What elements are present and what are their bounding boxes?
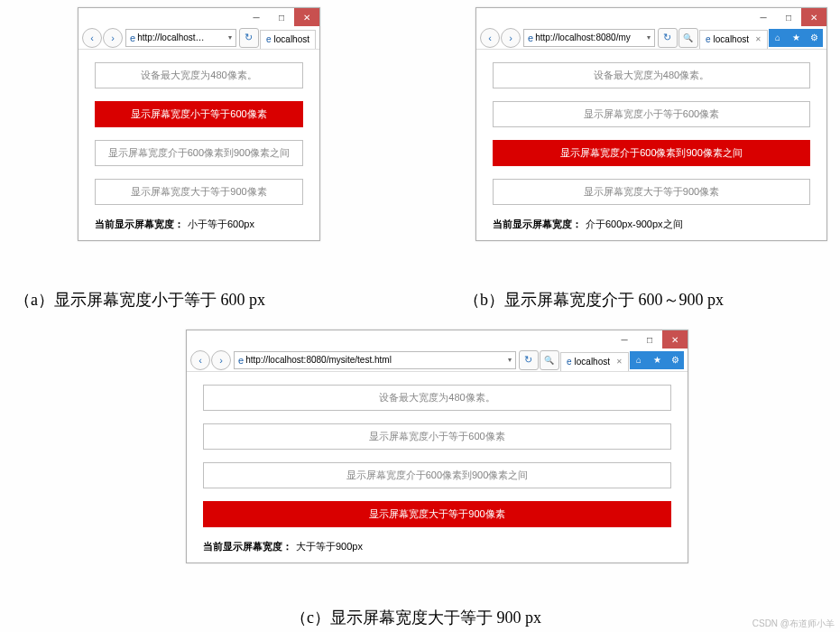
page-content: 设备最大宽度为480像素。 显示屏幕宽度小于等于600像素 显示屏幕宽度介于60… [476,50,826,240]
refresh-button[interactable] [519,350,539,370]
close-button[interactable]: ✕ [294,8,319,26]
dropdown-icon[interactable]: ▾ [647,33,651,42]
close-button[interactable]: ✕ [801,8,826,26]
titlebar: ─ □ ✕ [78,8,319,26]
status-label: 当前显示屏幕宽度： [95,218,184,229]
page-content: 设备最大宽度为480像素。 显示屏幕宽度小于等于600像素 显示屏幕宽度介于60… [78,50,319,240]
status-value: 小于等于600px [188,218,254,229]
close-button[interactable]: ✕ [662,330,688,349]
back-button[interactable] [190,350,210,370]
forward-button[interactable] [211,350,231,370]
media-query-box-gte900: 显示屏幕宽度大于等于900像素 [95,179,303,205]
browser-window-a: ─ □ ✕ e http://localhost… ▾ e localhost … [78,7,320,241]
search-button[interactable] [540,350,559,370]
settings-button[interactable] [805,29,823,47]
dropdown-icon[interactable]: ▾ [228,33,232,42]
media-query-box-gte900: 显示屏幕宽度大于等于900像素 [493,179,810,205]
navbar: e http://localhost:8080/mysite/test.html… [187,349,688,372]
watermark: CSDN @布道师小羊 [752,618,835,630]
browser-tab[interactable]: e localhost ✕ [560,352,629,371]
status-label: 当前显示屏幕宽度： [493,218,582,229]
tab-close-icon[interactable]: ✕ [616,358,623,366]
ie-icon: e [130,33,135,43]
tab-label: localhost [714,34,749,44]
caption-a: （a）显示屏幕宽度小于等于 600 px [14,289,265,311]
minimize-button[interactable]: ─ [751,8,776,26]
media-query-box-lte600: 显示屏幕宽度小于等于600像素 [203,423,671,450]
favorites-button[interactable] [787,29,805,47]
dropdown-icon[interactable]: ▾ [508,356,512,364]
minimize-button[interactable]: ─ [244,8,269,26]
tab-label: localhost [575,357,610,367]
url-text: http://localhost… [137,33,204,42]
media-query-box-480: 设备最大宽度为480像素。 [203,385,671,411]
address-bar[interactable]: e http://localhost:8080/my ▾ [523,29,655,47]
media-query-box-600-900: 显示屏幕宽度介于600像素到900像素之间 [493,140,810,166]
settings-button[interactable] [666,351,684,369]
forward-button[interactable] [501,28,521,48]
titlebar: ─ □ ✕ [187,330,688,349]
home-button[interactable] [769,29,787,47]
media-query-box-lte600: 显示屏幕宽度小于等于600像素 [493,101,810,127]
status-line: 当前显示屏幕宽度：介于600px-900px之间 [493,218,810,231]
search-button[interactable] [678,28,698,48]
tab-label: localhost [274,34,309,44]
ie-icon: e [238,355,244,366]
navbar: e http://localhost… ▾ e localhost [78,26,319,50]
status-label: 当前显示屏幕宽度： [203,541,292,552]
ie-icon: e [266,34,272,44]
home-button[interactable] [630,351,648,369]
back-button[interactable] [480,28,500,48]
refresh-button[interactable] [658,28,678,48]
browser-tab[interactable]: e localhost ✕ [699,30,768,49]
ie-icon: e [567,357,572,367]
address-bar[interactable]: e http://localhost:8080/mysite/test.html… [234,351,516,369]
navbar: e http://localhost:8080/my ▾ e localhost… [476,26,826,50]
minimize-button[interactable]: ─ [612,330,637,349]
status-line: 当前显示屏幕宽度：大于等于900px [203,540,671,553]
status-line: 当前显示屏幕宽度：小于等于600px [95,218,303,231]
media-query-box-600-900: 显示屏幕宽度介于600像素到900像素之间 [95,140,303,166]
media-query-box-480: 设备最大宽度为480像素。 [95,62,303,88]
refresh-button[interactable] [239,28,259,48]
browser-window-c: ─ □ ✕ e http://localhost:8080/mysite/tes… [186,330,688,563]
tab-close-icon[interactable]: ✕ [755,35,762,43]
url-text: http://localhost:8080/mysite/test.html [245,355,392,365]
favorites-button[interactable] [648,351,666,369]
media-query-box-lte600: 显示屏幕宽度小于等于600像素 [95,101,303,127]
maximize-button[interactable]: □ [637,330,662,349]
maximize-button[interactable]: □ [269,8,294,26]
media-query-box-600-900: 显示屏幕宽度介于600像素到900像素之间 [203,462,671,488]
browser-tab[interactable]: e localhost [260,30,316,49]
back-button[interactable] [82,28,102,48]
url-text: http://localhost:8080/my [535,33,631,42]
status-value: 介于600px-900px之间 [586,218,683,229]
maximize-button[interactable]: □ [776,8,801,26]
browser-window-b: ─ □ ✕ e http://localhost:8080/my ▾ e loc… [475,7,827,241]
media-query-box-480: 设备最大宽度为480像素。 [493,62,810,88]
media-query-box-gte900: 显示屏幕宽度大于等于900像素 [203,501,671,527]
ie-icon: e [706,34,711,44]
page-content: 设备最大宽度为480像素。 显示屏幕宽度小于等于600像素 显示屏幕宽度介于60… [187,372,688,562]
titlebar: ─ □ ✕ [476,8,826,26]
status-value: 大于等于900px [296,541,363,552]
caption-b: （b）显示屏幕宽度介于 600～900 px [464,289,724,311]
caption-c: （c）显示屏幕宽度大于等于 900 px [291,607,541,628]
ie-icon: e [528,33,533,43]
forward-button[interactable] [103,28,123,48]
address-bar[interactable]: e http://localhost… ▾ [125,29,236,47]
